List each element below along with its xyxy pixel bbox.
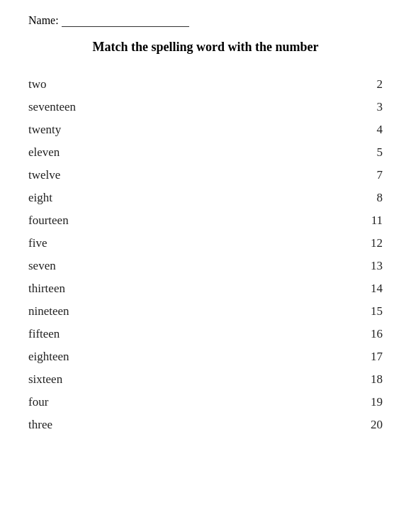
number-item: 15 bbox=[371, 300, 383, 323]
numbers-column: 23457811121314151617181920 bbox=[223, 73, 383, 436]
number-item: 16 bbox=[371, 323, 383, 345]
word-item: five bbox=[28, 232, 188, 255]
word-item: fourteen bbox=[28, 209, 188, 232]
number-item: 5 bbox=[377, 141, 383, 164]
word-item: sixteen bbox=[28, 368, 188, 391]
word-item: two bbox=[28, 73, 188, 96]
word-item: seventeen bbox=[28, 96, 188, 118]
word-item: eight bbox=[28, 187, 188, 209]
word-item: thirteen bbox=[28, 277, 188, 300]
number-item: 3 bbox=[377, 96, 383, 118]
number-item: 14 bbox=[371, 277, 383, 300]
number-item: 4 bbox=[377, 118, 383, 141]
word-item: fifteen bbox=[28, 323, 188, 345]
name-label: Name: bbox=[28, 14, 59, 27]
page-title: Match the spelling word with the number bbox=[28, 38, 383, 56]
word-item: eleven bbox=[28, 141, 188, 164]
number-item: 19 bbox=[371, 391, 383, 414]
word-item: twelve bbox=[28, 164, 188, 187]
name-input-line[interactable] bbox=[62, 14, 189, 27]
number-item: 11 bbox=[371, 209, 383, 232]
number-item: 12 bbox=[371, 232, 383, 255]
number-item: 13 bbox=[371, 255, 383, 277]
word-item: nineteen bbox=[28, 300, 188, 323]
word-item: seven bbox=[28, 255, 188, 277]
matching-container: twoseventeentwentyeleventwelveeightfourt… bbox=[28, 73, 383, 436]
word-item: three bbox=[28, 414, 188, 436]
number-item: 8 bbox=[377, 187, 383, 209]
number-item: 2 bbox=[377, 73, 383, 96]
word-item: four bbox=[28, 391, 188, 414]
number-item: 18 bbox=[371, 368, 383, 391]
name-row: Name: bbox=[28, 14, 383, 27]
number-item: 7 bbox=[377, 164, 383, 187]
words-column: twoseventeentwentyeleventwelveeightfourt… bbox=[28, 73, 188, 436]
word-item: twenty bbox=[28, 118, 188, 141]
number-item: 20 bbox=[371, 414, 383, 436]
number-item: 17 bbox=[371, 345, 383, 368]
word-item: eighteen bbox=[28, 345, 188, 368]
